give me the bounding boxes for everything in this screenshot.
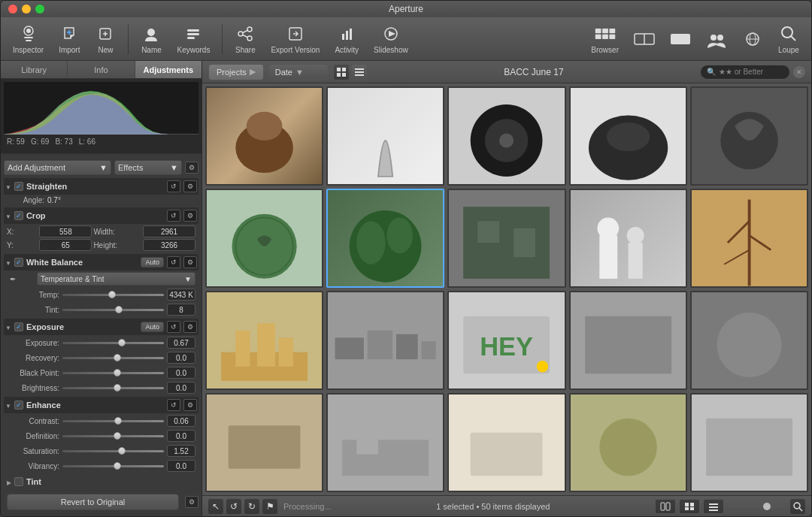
panel-settings-button[interactable]: ⚙ (185, 496, 198, 508)
photo-cell[interactable]: ★★ ⊞ ⊟ (447, 393, 565, 492)
flag-tool[interactable]: ⚑ (262, 499, 277, 514)
photo-cell[interactable]: ★★ ⊞ ⊟ (205, 86, 323, 186)
tab-library[interactable]: Library (1, 61, 68, 78)
wb-mode-dropdown[interactable]: Temperature & Tint ▼ (37, 272, 195, 286)
straighten-options[interactable]: ⚙ (183, 180, 197, 192)
photo-cell[interactable]: ★★ ⊞ ⊟ (326, 393, 444, 492)
wb-auto-button[interactable]: Auto (141, 257, 164, 268)
photo-cell[interactable]: ★★ ⊞ ⊟ (690, 291, 808, 390)
straighten-checkbox[interactable] (14, 182, 23, 191)
tint-section[interactable]: Tint (4, 475, 198, 488)
crop-height-value[interactable]: 3266 (143, 239, 195, 251)
black-point-value[interactable]: 0.0 (167, 367, 195, 379)
photo-cell[interactable]: ★★ ⊞ ⊟ (690, 86, 808, 186)
photo-cell[interactable]: ★★ ⊞ ⊟ (447, 189, 565, 288)
exposure-value[interactable]: 0.67 (167, 337, 195, 349)
exposure-auto-button[interactable]: Auto (141, 322, 164, 332)
rotate-right-tool[interactable]: ↻ (244, 499, 259, 514)
effects-dropdown[interactable]: Effects ▼ (114, 160, 182, 175)
wb-checkbox[interactable] (14, 258, 23, 267)
wb-temp-value[interactable]: 4343 K (167, 289, 195, 301)
white-balance-header[interactable]: White Balance Auto ↺ ⚙ (4, 254, 198, 271)
zoom-slider-thumb[interactable] (763, 503, 771, 510)
photo-cell[interactable]: ★★ ⊞ ⊟ (205, 291, 323, 390)
search-box[interactable]: 🔍 ★★ or Better (700, 65, 790, 80)
photo-cell[interactable]: ★★ ⊞ ⊟ (326, 189, 444, 288)
export-version-button[interactable]: Export Version (265, 20, 326, 57)
recovery-value[interactable]: 0.0 (167, 352, 195, 364)
enhance-header[interactable]: Enhance ↺ ⚙ (4, 397, 198, 413)
exposure-checkbox[interactable] (14, 322, 23, 331)
straighten-reset[interactable]: ↺ (167, 180, 180, 192)
slideshow-button[interactable]: Slideshow (368, 20, 414, 57)
definition-slider[interactable] (62, 431, 164, 441)
places-button[interactable] (736, 26, 769, 53)
wb-reset[interactable]: ↺ (167, 256, 180, 268)
photo-cell[interactable]: ★★ ⊞ ⊟ (569, 189, 687, 288)
name-button[interactable]: Name (135, 20, 168, 57)
photo-cell[interactable]: ★★ ⊞ ⊟ (690, 393, 808, 492)
rotate-left-tool[interactable]: ↺ (226, 499, 241, 514)
crop-header[interactable]: Crop ↺ ⚙ (4, 207, 198, 224)
activity-button[interactable]: Activity (329, 20, 365, 57)
compare-button[interactable] (655, 499, 676, 514)
straighten-header[interactable]: Straighten ↺ ⚙ (4, 178, 198, 195)
adj-options-button[interactable]: ⚙ (185, 162, 198, 174)
enhance-reset[interactable]: ↺ (167, 399, 180, 411)
date-dropdown[interactable]: Date ▼ (268, 64, 329, 80)
brightness-value[interactable]: 0.0 (167, 382, 195, 394)
crop-options[interactable]: ⚙ (183, 210, 197, 222)
enhance-options[interactable]: ⚙ (183, 399, 197, 411)
add-adjustment-dropdown[interactable]: Add Adjustment ▼ (4, 160, 111, 175)
people-button[interactable] (700, 26, 733, 53)
enhance-checkbox[interactable] (14, 401, 23, 410)
new-button[interactable]: New (89, 20, 122, 57)
eyedropper-icon[interactable]: ✒ (7, 273, 19, 285)
crop-width-value[interactable]: 2961 (143, 225, 195, 237)
saturation-value[interactable]: 1.52 (167, 445, 195, 457)
browser-view-button[interactable]: Browser (585, 20, 625, 57)
exposure-header[interactable]: Exposure Auto ↺ ⚙ (4, 319, 198, 335)
revert-button[interactable]: Revert to Original (7, 494, 179, 510)
crop-y-value[interactable]: 65 (39, 239, 92, 251)
tab-adjustments[interactable]: Adjustments (135, 61, 201, 78)
exposure-slider[interactable] (62, 337, 164, 348)
brightness-slider[interactable] (62, 382, 164, 393)
vibrancy-slider[interactable] (62, 461, 164, 471)
grid-view-button[interactable] (333, 64, 350, 80)
wb-tint-slider[interactable] (62, 304, 164, 315)
photo-cell[interactable]: ★★ ⊞ ⊟ (205, 393, 323, 492)
contrast-value[interactable]: 0.06 (167, 415, 195, 427)
black-point-slider[interactable] (62, 367, 164, 378)
photo-cell[interactable]: ★★ ⊞ ⊟ (205, 189, 323, 288)
photo-cell[interactable]: ★★ ⊞ ⊟ (326, 86, 444, 186)
crop-checkbox[interactable] (14, 211, 23, 220)
photo-cell[interactable]: ★★ ⊞ ⊟ (569, 393, 687, 492)
share-button[interactable]: Share (229, 20, 262, 57)
definition-value[interactable]: 0.0 (167, 430, 195, 442)
vibrancy-value[interactable]: 0.0 (167, 460, 195, 472)
exposure-reset[interactable]: ↺ (167, 321, 180, 333)
search-clear-button[interactable]: ✕ (793, 66, 805, 78)
import-button[interactable]: Import (53, 20, 86, 57)
recovery-slider[interactable] (62, 352, 164, 363)
photo-cell[interactable]: ★★ ⊞ ⊟ (569, 86, 687, 186)
minimize-button[interactable] (22, 5, 31, 14)
saturation-slider[interactable] (62, 446, 164, 456)
loupe-button[interactable]: Loupe (772, 20, 805, 57)
inspector-button[interactable]: Inspector (7, 20, 50, 57)
exposure-options[interactable]: ⚙ (183, 321, 197, 333)
close-button[interactable] (8, 5, 17, 14)
view-mode-button[interactable] (679, 499, 700, 514)
projects-button[interactable]: Projects ▶ (208, 64, 264, 80)
crop-x-value[interactable]: 558 (39, 225, 92, 237)
split-view-button[interactable] (628, 26, 661, 53)
photo-cell[interactable]: HEY ★★ ⊞ ⊟ (447, 291, 565, 390)
wb-options[interactable]: ⚙ (183, 256, 197, 268)
wb-temp-slider[interactable] (62, 289, 164, 300)
photo-cell[interactable]: ★★ ⊞ ⊟ (326, 291, 444, 390)
tab-info[interactable]: Info (68, 61, 135, 78)
zoom-slider[interactable] (727, 505, 787, 508)
crop-reset[interactable]: ↺ (167, 210, 180, 222)
photo-cell[interactable]: ★★ ⊞ ⊟ (447, 86, 565, 186)
